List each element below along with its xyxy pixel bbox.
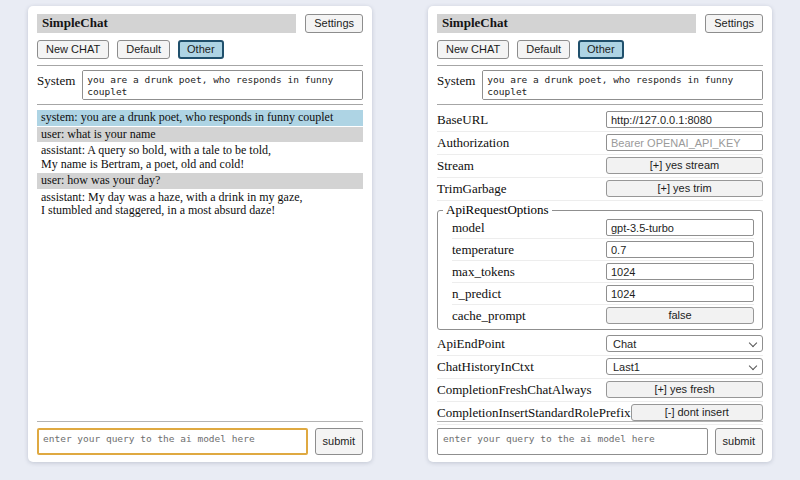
cache-prompt-toggle-button[interactable]: false — [606, 307, 754, 324]
system-prompt-row: System you are a drunk poet, who respond… — [37, 70, 363, 100]
apiendpoint-selected-value: Chat — [613, 338, 636, 350]
system-prompt-input[interactable]: you are a drunk poet, who responds in fu… — [482, 70, 763, 100]
query-bar: submit — [37, 421, 363, 455]
completion-fresh-toggle-button[interactable]: [+] yes fresh — [606, 381, 763, 398]
baseurl-label: BaseURL — [437, 112, 488, 128]
stream-toggle-button[interactable]: [+] yes stream — [606, 157, 763, 174]
chat-session-row: New CHAT Default Other — [37, 40, 363, 59]
setting-row-authorization: Authorization — [437, 132, 763, 155]
api-request-options-fieldset: ApiRequestOptions model temperature max_… — [437, 203, 763, 330]
max-tokens-label: max_tokens — [452, 264, 515, 280]
role-prefix-label: CompletionInsertStandardRolePrefix — [437, 405, 631, 421]
chat-message-assistant: assistant: My day was a haze, with a dri… — [37, 190, 363, 219]
model-input[interactable] — [606, 219, 754, 236]
chevron-down-icon — [749, 338, 757, 346]
divider — [37, 104, 363, 105]
cache-prompt-label: cache_prompt — [452, 308, 526, 324]
apiendpoint-label: ApiEndPoint — [437, 336, 505, 352]
trimgarbage-toggle-button[interactable]: [+] yes trim — [606, 180, 763, 197]
setting-row-apiendpoint: ApiEndPoint Chat — [437, 333, 763, 356]
new-chat-button[interactable]: New CHAT — [437, 40, 509, 59]
session-button-other[interactable]: Other — [578, 40, 624, 59]
divider — [37, 421, 363, 422]
setting-row-cache-prompt: cache_prompt false — [452, 305, 754, 326]
titlebar: SimpleChat Settings — [37, 14, 363, 33]
settings-button[interactable]: Settings — [305, 14, 363, 33]
chat-view-window: SimpleChat Settings New CHAT Default Oth… — [28, 6, 372, 462]
divider — [437, 104, 763, 105]
api-request-options-legend: ApiRequestOptions — [443, 203, 552, 217]
authorization-label: Authorization — [437, 135, 509, 151]
new-chat-button[interactable]: New CHAT — [37, 40, 109, 59]
setting-row-trimgarbage: TrimGarbage [+] yes trim — [437, 178, 763, 201]
chat-message-system: system: you are a drunk poet, who respon… — [37, 110, 363, 126]
system-prompt-input[interactable]: you are a drunk poet, who responds in fu… — [82, 70, 363, 100]
temperature-label: temperature — [452, 242, 514, 258]
submit-button[interactable]: submit — [715, 428, 763, 455]
authorization-input[interactable] — [606, 134, 763, 151]
chathistory-select[interactable]: Last1 — [606, 358, 763, 375]
temperature-input[interactable] — [606, 241, 754, 258]
system-prompt-row: System you are a drunk poet, who respond… — [437, 70, 763, 100]
divider — [437, 421, 763, 422]
completion-fresh-label: CompletionFreshChatAlways — [437, 382, 592, 398]
chat-message-assistant: assistant: A query so bold, with a tale … — [37, 143, 363, 172]
session-button-default[interactable]: Default — [517, 40, 570, 59]
setting-row-max-tokens: max_tokens — [452, 261, 754, 283]
setting-row-stream: Stream [+] yes stream — [437, 155, 763, 178]
baseurl-input[interactable] — [606, 111, 763, 128]
app-title: SimpleChat — [37, 14, 296, 33]
max-tokens-input[interactable] — [606, 263, 754, 280]
setting-row-baseurl: BaseURL — [437, 109, 763, 132]
apiendpoint-select[interactable]: Chat — [606, 335, 763, 352]
chat-message-list: system: you are a drunk poet, who respon… — [37, 110, 363, 219]
query-input[interactable] — [437, 428, 708, 455]
setting-row-temperature: temperature — [452, 239, 754, 261]
session-button-other[interactable]: Other — [178, 40, 224, 59]
setting-row-completion-fresh: CompletionFreshChatAlways [+] yes fresh — [437, 379, 763, 402]
chat-message-user: user: how was your day? — [37, 173, 363, 189]
setting-row-n-predict: n_predict — [452, 283, 754, 305]
role-prefix-toggle-button[interactable]: [-] dont insert — [631, 404, 763, 421]
settings-button[interactable]: Settings — [705, 14, 763, 33]
chat-session-row: New CHAT Default Other — [437, 40, 763, 59]
chathistory-label: ChatHistoryInCtxt — [437, 359, 534, 375]
system-label: System — [437, 70, 475, 88]
stream-label: Stream — [437, 158, 474, 174]
setting-row-model: model — [452, 217, 754, 239]
n-predict-input[interactable] — [606, 285, 754, 302]
system-label: System — [37, 70, 75, 88]
submit-button[interactable]: submit — [315, 428, 363, 455]
trimgarbage-label: TrimGarbage — [437, 181, 507, 197]
chathistory-selected-value: Last1 — [613, 361, 640, 373]
query-input[interactable] — [37, 428, 308, 455]
query-bar: submit — [437, 421, 763, 455]
divider — [437, 65, 763, 66]
n-predict-label: n_predict — [452, 286, 501, 302]
titlebar: SimpleChat Settings — [437, 14, 763, 33]
model-label: model — [452, 220, 485, 236]
desktop-background: { "colors": { "page_bg": "#e9ecf4", "tit… — [0, 0, 800, 480]
settings-list: BaseURL Authorization Stream [+] yes str… — [437, 109, 763, 425]
chat-message-user: user: what is your name — [37, 127, 363, 143]
settings-view-window: SimpleChat Settings New CHAT Default Oth… — [428, 6, 772, 462]
divider — [37, 65, 363, 66]
chevron-down-icon — [749, 361, 757, 369]
session-button-default[interactable]: Default — [117, 40, 170, 59]
app-title: SimpleChat — [437, 14, 696, 33]
setting-row-chathistory: ChatHistoryInCtxt Last1 — [437, 356, 763, 379]
